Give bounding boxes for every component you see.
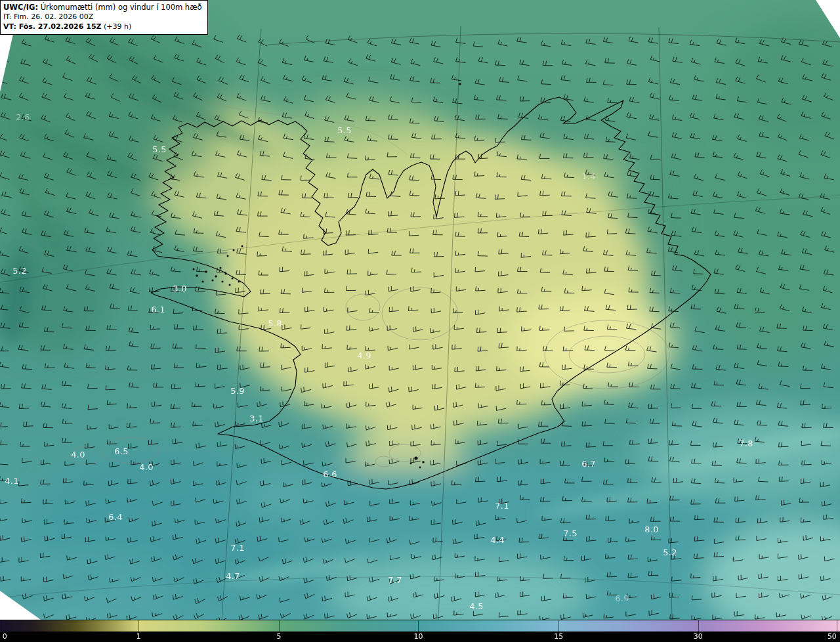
colorbar-tick-mark <box>558 620 559 632</box>
value-label: 5.5 <box>337 125 352 135</box>
precipitation-wind-map <box>0 0 840 620</box>
weather-map-view: 2.65.55.55.23.06.15.84.95.93.14.06.54.04… <box>0 0 840 642</box>
value-label: 7.1 <box>495 501 509 511</box>
colorbar-tick-mark <box>418 620 419 632</box>
value-label: 3.0 <box>173 284 187 293</box>
colorbar-tick-label: 1 <box>136 632 141 641</box>
init-time: IT: Fim. 26. 02. 2026 00Z <box>3 12 202 22</box>
value-label: 7.1 <box>230 543 245 553</box>
value-label: 6.6 <box>323 469 337 479</box>
valid-time: VT: Fös. 27.02.2026 15Z (+39 h) <box>3 22 202 32</box>
colorbar-gradient <box>0 620 840 631</box>
value-label: 8.0 <box>644 524 659 534</box>
colorbar-ticks: 01510153050 <box>0 631 840 642</box>
value-label: 4.4 <box>490 535 505 545</box>
title-box: UWC/IG: Úrkomumætti (mm) og vindur í 100… <box>0 0 208 35</box>
value-label: 5.8 <box>268 318 282 328</box>
value-label: 2.6 <box>16 112 30 122</box>
value-label: 4.5 <box>469 601 484 611</box>
value-label: 1.4 <box>581 171 596 181</box>
colorbar-tick-label: 50 <box>828 632 837 641</box>
value-label: 6.5 <box>114 446 129 456</box>
value-label: 6.1 <box>151 305 165 314</box>
value-label: 4.0 <box>139 462 154 472</box>
value-label: 7.8 <box>739 439 753 448</box>
colorbar-tick-mark <box>837 620 837 632</box>
value-label: 3.1 <box>249 414 264 423</box>
value-label: 6.7 <box>581 459 596 469</box>
colorbar-tick-label: 30 <box>694 632 703 641</box>
value-label: 4.0 <box>71 450 85 460</box>
colorbar-tick-mark <box>698 620 699 632</box>
value-label: 6.4 <box>108 512 123 522</box>
value-label: 7.5 <box>563 528 578 538</box>
product-title: UWC/IG: Úrkomumætti (mm) og vindur í 100… <box>3 3 202 12</box>
value-label: 4.1 <box>5 476 19 486</box>
value-label: 4.9 <box>357 351 371 360</box>
colorbar-tick-mark <box>3 620 3 632</box>
colorbar-tick-label: 10 <box>413 632 423 641</box>
colorbar-tick-mark <box>279 620 280 632</box>
colorbar-tick-mark <box>138 620 139 632</box>
colorbar-tick-label: 15 <box>554 632 563 641</box>
value-label: 4.7 <box>226 571 240 581</box>
colorbar: 01510153050 <box>0 620 840 642</box>
colorbar-tick-label: 5 <box>276 632 281 641</box>
value-label: 5.2 <box>12 266 27 276</box>
value-label: 6.9 <box>615 593 629 603</box>
value-label: 5.2 <box>663 547 677 557</box>
colorbar-tick-label: 0 <box>3 632 7 641</box>
value-label: 5.5 <box>152 144 167 154</box>
value-label: 7.7 <box>388 575 402 585</box>
value-label: 5.9 <box>230 386 245 396</box>
